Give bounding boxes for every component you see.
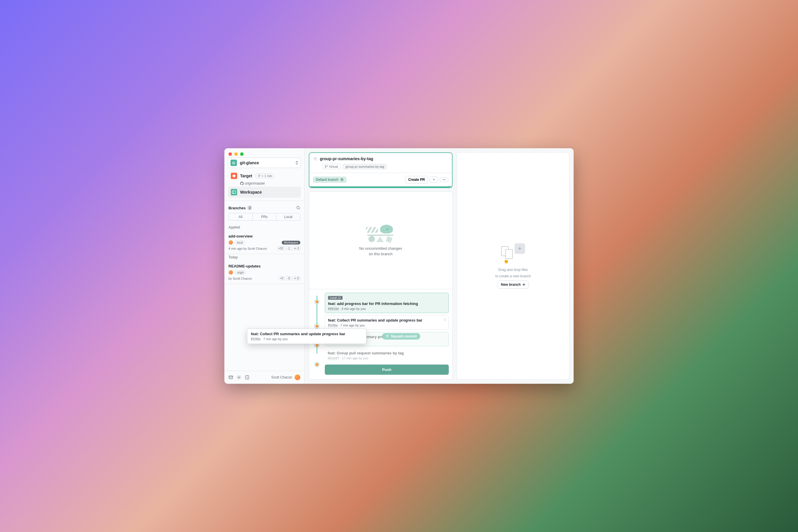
svg-point-15 [316, 157, 316, 158]
close-icon[interactable] [229, 152, 232, 156]
target-small-icon [340, 178, 344, 182]
minimize-icon[interactable] [234, 152, 238, 156]
deletions-chip: -1 [286, 247, 292, 250]
branches-title: Branches 2 [229, 206, 252, 210]
default-branch-chip[interactable]: Default branch [313, 176, 347, 183]
nav-workspace[interactable]: Workspace [228, 187, 301, 198]
svg-line-3 [299, 209, 300, 210]
sidebar-top: G git-glance [224, 148, 304, 170]
chevron-down-icon[interactable] [430, 176, 438, 183]
branch-meta: origin [229, 270, 300, 275]
additions-chip: +52 [277, 247, 285, 250]
branch-sub: by Scott Chacon +0 -0 0 [229, 277, 300, 280]
dragging-commit-card[interactable]: feat: Collect PR summaries and update pr… [247, 328, 366, 344]
commit-icon [294, 277, 296, 280]
tab-all[interactable]: All [229, 213, 253, 220]
workspace-badge: Workspace [282, 241, 300, 245]
plus-icon [522, 283, 525, 286]
squash-commit-pill: Squash commit [382, 333, 420, 340]
sidebar-footer: Scott Chacon [224, 370, 304, 384]
kebab-icon[interactable] [440, 177, 449, 182]
search-icon[interactable] [296, 206, 300, 210]
branch-name: add-overview [229, 234, 300, 239]
svg-point-27 [443, 179, 443, 180]
commit-icon [294, 247, 296, 250]
tab-prs[interactable]: PRs [253, 213, 276, 220]
group-applied: Applied [224, 224, 304, 232]
target-icon [231, 173, 237, 179]
gear-icon[interactable] [237, 375, 241, 380]
drop-line2: to create a new branch [495, 274, 531, 278]
svg-point-16 [314, 158, 314, 159]
svg-point-24 [327, 165, 327, 166]
create-pr-button[interactable]: Create PR [405, 176, 428, 184]
new-branch-button[interactable]: New branch [498, 281, 528, 289]
branch-icon [325, 165, 328, 168]
svg-point-23 [325, 168, 326, 168]
branch-name-tag: group-pr-summaries-by-tag [343, 164, 387, 169]
nav-target-sub: origin/master [228, 182, 301, 186]
svg-point-7 [295, 278, 296, 279]
branch-lane: group-pr-summaries-by-tag Virtual group-… [309, 152, 453, 380]
branch-tag-origin: origin [235, 271, 246, 274]
branch-name: README-updates [229, 264, 300, 268]
lane-header: group-pr-summaries-by-tag Virtual group-… [309, 152, 453, 188]
sync-time-pill: < 1 min [255, 174, 274, 178]
empty-state: ✓ No uncommitted changes on this branch [309, 192, 452, 289]
commit-card[interactable]: feat: Group pull request summaries by ta… [325, 348, 449, 362]
app-window: G git-glance Target < 1 min [224, 148, 574, 384]
commit-meta: f0f918d · 3 min ago by you [328, 307, 446, 310]
empty-line2: on this branch [369, 252, 393, 256]
svg-point-13 [314, 157, 314, 158]
commits-chip: 3 [292, 247, 300, 250]
branch-card-readme-updates[interactable]: README-updates origin by Scott Chacon +0… [224, 262, 304, 284]
group-today: Today [224, 254, 304, 262]
drop-illustration: + ✊ [500, 243, 526, 264]
project-selector[interactable]: G git-glance [228, 157, 301, 168]
commit-title: feat: Collect PR summaries and update pr… [328, 318, 446, 322]
nav-target[interactable]: Target < 1 min [228, 170, 301, 182]
deletions-chip: -0 [286, 277, 292, 280]
maximize-icon[interactable] [240, 152, 243, 156]
svg-point-22 [325, 165, 326, 166]
project-name: git-glance [240, 160, 292, 165]
svg-rect-0 [232, 191, 236, 194]
avatar [229, 240, 233, 245]
commit-card[interactable]: Local feat: add progress bar for PR info… [325, 293, 449, 313]
svg-point-29 [445, 179, 446, 180]
github-icon [240, 182, 243, 185]
lane-body: ✓ No uncommitted changes on this branch [309, 192, 453, 380]
commit-meta: ff1f35e · 7 min ago by you [328, 324, 446, 327]
nav-rows: Target < 1 min origin/master Workspace [224, 170, 304, 201]
svg-point-20 [315, 159, 315, 160]
project-icon: G [231, 159, 237, 166]
monitor-icon [338, 297, 341, 300]
svg-point-26 [342, 179, 343, 180]
new-branch-drop-zone[interactable]: + ✊ Drag and drop files to create a new … [457, 152, 569, 380]
tab-local[interactable]: Local [276, 213, 300, 220]
app-body: G git-glance Target < 1 min [224, 148, 574, 384]
commit-card[interactable]: ⠿ feat: Collect PR summaries and update … [325, 316, 449, 330]
nav-workspace-label: Workspace [240, 190, 261, 194]
push-button[interactable]: Push [325, 364, 449, 375]
commit-meta: 081b0f7 · 17 min ago by you [328, 356, 446, 360]
svg-point-21 [316, 159, 316, 160]
svg-point-4 [295, 248, 296, 249]
branch-meta: local Workspace [229, 240, 300, 245]
svg-point-14 [315, 157, 315, 158]
commit-title: feat: Group pull request summaries by ta… [328, 351, 446, 355]
avatar [294, 375, 300, 380]
drag-grip-icon[interactable]: ⠿ [443, 318, 446, 322]
main-area: group-pr-summaries-by-tag Virtual group-… [305, 148, 574, 384]
mail-icon[interactable] [229, 375, 233, 380]
traffic-lights [229, 152, 243, 156]
branch-card-add-overview[interactable]: add-overview local Workspace 4 min ago b… [224, 232, 304, 254]
footer-user[interactable]: Scott Chacon [271, 375, 300, 380]
sidebar: G git-glance Target < 1 min [224, 148, 305, 384]
history-icon[interactable] [245, 375, 249, 380]
drop-line1: Drag and drop files [498, 268, 528, 272]
drag-handle-icon[interactable] [313, 157, 317, 160]
branch-filter-tabs: All PRs Local [229, 213, 300, 221]
commit-title: feat: add progress bar for PR informatio… [328, 302, 446, 306]
branch-tag-local: local [235, 241, 245, 245]
